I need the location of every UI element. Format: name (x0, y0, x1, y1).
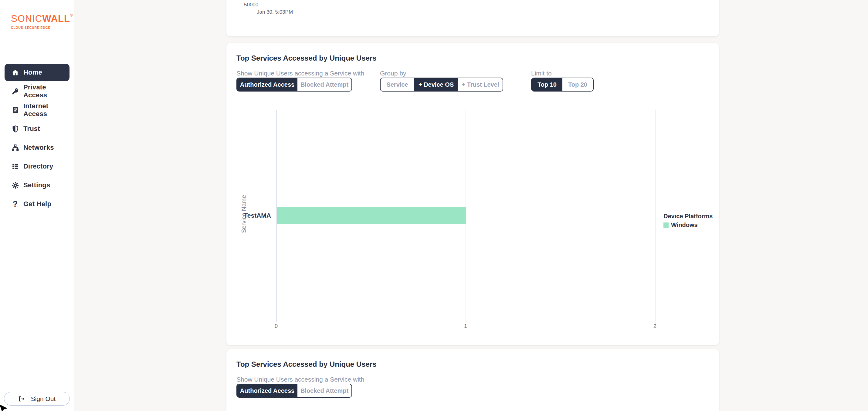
top-20-toggle[interactable]: Top 20 (562, 78, 593, 91)
authorized-access-toggle-2[interactable]: Authorized Access (237, 384, 298, 397)
blocked-attempt-toggle[interactable]: Blocked Attempt (298, 78, 351, 91)
home-icon (11, 69, 19, 76)
top-chart-gridline (299, 7, 708, 7)
group-by-service-toggle[interactable]: Service (380, 78, 414, 91)
top-services-chart-card-2: Top Services Accessed by Unique Users Sh… (226, 349, 719, 411)
logo-tagline: CLOUD SECURE EDGE (11, 26, 73, 29)
top-chart-card-partial: 50000 Jan 30, 5:03PM (226, 0, 719, 36)
access-toggle-group: Authorized Access Blocked Attempt (237, 78, 352, 92)
key-icon (11, 87, 19, 95)
top-chart-ytick: 50000 (244, 2, 268, 8)
limit-toggle-group: Top 10 Top 20 (531, 78, 594, 92)
passport-globe-icon (11, 106, 19, 114)
sidebar: SONICWALL® CLOUD SECURE EDGE Home Privat… (0, 0, 74, 411)
x-gridline-2 (655, 110, 656, 324)
access-filter-label: Show Unique Users accessing a Service wi… (237, 70, 364, 77)
sidebar-item-settings[interactable]: Settings (5, 176, 69, 194)
sidebar-item-private-access[interactable]: Private Access (5, 82, 69, 100)
category-label-testama: TestAMA (232, 212, 271, 219)
question-mark-icon: ? (11, 200, 19, 208)
shield-icon (11, 125, 19, 133)
gear-icon (11, 181, 19, 189)
sonicwall-logo: SONICWALL® CLOUD SECURE EDGE (11, 13, 73, 29)
sidebar-item-networks[interactable]: Networks (5, 139, 69, 157)
sign-out-button[interactable]: Sign Out (4, 392, 70, 406)
top-services-chart-card: Top Services Accessed by Unique Users Sh… (226, 43, 719, 345)
list-grid-icon (11, 163, 19, 170)
sign-out-icon (18, 396, 25, 402)
access-toggle-group-2: Authorized Access Blocked Attempt (237, 384, 352, 398)
top-chart-xtick: Jan 30, 5:03PM (257, 9, 293, 15)
chart-legend: Device Platforms Windows (663, 213, 724, 229)
logo-wordmark: SONICWALL® (11, 13, 73, 24)
legend-swatch-windows (663, 222, 669, 228)
access-filter-label: Show Unique Users accessing a Service wi… (237, 376, 364, 383)
top-10-toggle[interactable]: Top 10 (532, 78, 562, 91)
authorized-access-toggle[interactable]: Authorized Access (237, 78, 298, 91)
limit-to-label: Limit to (531, 70, 552, 77)
x-tick-0: 0 (270, 323, 282, 330)
sidebar-item-internet-access[interactable]: Internet Access (5, 101, 69, 119)
network-tree-icon (11, 144, 19, 151)
legend-label-windows: Windows (671, 221, 698, 229)
group-by-trust-level-toggle[interactable]: + Trust Level (458, 78, 503, 91)
card-title: Top Services Accessed by Unique Users (237, 360, 377, 369)
group-by-device-os-toggle[interactable]: + Device OS (414, 78, 458, 91)
legend-title: Device Platforms (663, 213, 724, 220)
card-title: Top Services Accessed by Unique Users (237, 54, 377, 62)
sidebar-item-home[interactable]: Home (5, 64, 69, 81)
blocked-attempt-toggle-2[interactable]: Blocked Attempt (298, 384, 351, 397)
mouse-cursor (0, 404, 9, 411)
sign-out-label: Sign Out (31, 395, 56, 403)
x-tick-2: 2 (649, 323, 661, 330)
bar-testama-windows[interactable] (277, 207, 466, 224)
sidebar-item-get-help[interactable]: ? Get Help (5, 195, 69, 213)
legend-row-windows[interactable]: Windows (663, 221, 724, 229)
sidebar-item-directory[interactable]: Directory (5, 158, 69, 175)
group-by-label: Group by (380, 70, 406, 77)
group-by-toggle-group: Service + Device OS + Trust Level (380, 78, 503, 92)
x-tick-1: 1 (460, 323, 472, 330)
sidebar-item-trust[interactable]: Trust (5, 120, 69, 138)
